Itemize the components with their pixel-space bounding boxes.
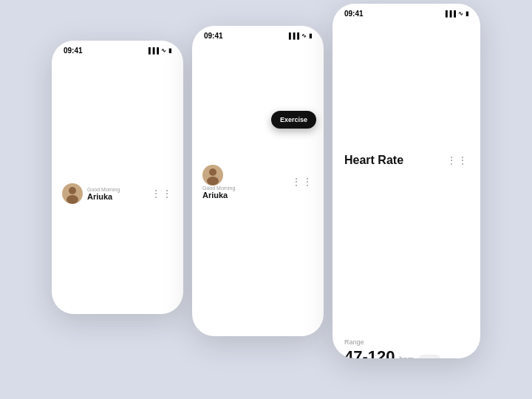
battery-icon-2: ▮ (309, 33, 312, 39)
svg-point-0 (69, 187, 76, 194)
greeting-block-2: Good Morning Ariuka (202, 185, 235, 200)
username-2: Ariuka (202, 191, 235, 200)
battery-icon-3: ▮ (466, 10, 468, 17)
day-badge[interactable]: Day (418, 355, 441, 358)
range-unit: bpm (400, 355, 414, 358)
wifi-icon-3: ∿ (458, 10, 463, 17)
time-2: 09:41 (204, 32, 223, 40)
avatar-1 (62, 183, 83, 204)
svg-point-1 (66, 195, 78, 204)
avatar-svg-2 (202, 165, 223, 185)
time-1: 09:41 (64, 47, 83, 55)
avatar-2 (202, 165, 223, 185)
phone-heart-rate: 09:41 ▐▐▐ ∿ ▮ Heart Rate ⋮⋮ Range 47-120… (332, 4, 480, 358)
step-section-2: 4750 steps Wed Thu Fri Sat Su (192, 324, 324, 336)
avatar-svg (62, 183, 83, 204)
status-bar-1: 09:41 ▐▐▐ ∿ ▮ (52, 41, 183, 58)
phones-container: 09:41 ▐▐▐ ∿ ▮ Good Morning Ariuka (37, 26, 495, 373)
wifi-icon-2: ∿ (301, 33, 307, 39)
phone2-header: Good Morning Ariuka ⋮⋮ (192, 28, 324, 336)
username-1: Ariuka (87, 192, 120, 201)
phone-activity: 09:41 ▐▐▐ ∿ ▮ Good Morning Ariuka (192, 26, 324, 336)
battery-icon: ▮ (168, 47, 171, 54)
phone1-header: Good Morning Ariuka ⋮⋮ (52, 58, 183, 314)
phone3-title: Heart Rate (344, 154, 403, 167)
status-icons-2: ▐▐▐ ∿ ▮ (287, 33, 312, 39)
status-icons-1: ▐▐▐ ∿ ▮ (146, 47, 171, 54)
status-icons-3: ▐▐▐ ∿ ▮ (443, 10, 468, 17)
dots-menu-2[interactable]: ⋮⋮ (291, 176, 313, 188)
exercise-fab-label: Exercise (280, 116, 307, 123)
phone-map: 09:41 ▐▐▐ ∿ ▮ Good Morning Ariuka (52, 41, 183, 314)
dots-menu-1[interactable]: ⋮⋮ (151, 188, 173, 200)
range-value-row: 47-120 bpm Day (344, 347, 468, 358)
svg-point-24 (209, 168, 216, 176)
range-value: 47-120 (344, 347, 395, 358)
exercise-fab[interactable]: Exercise (271, 111, 316, 129)
svg-point-25 (207, 177, 219, 185)
range-section: Range 47-120 bpm Day (332, 338, 480, 358)
signal-icon-3: ▐▐▐ (443, 10, 456, 17)
header-left-1: Good Morning Ariuka (62, 183, 120, 204)
range-label: Range (344, 338, 468, 346)
wifi-icon: ∿ (161, 47, 166, 54)
header-left-2: Good Morning Ariuka (202, 165, 235, 200)
greeting-text-2: Good Morning (202, 185, 235, 191)
greeting-text-1: Good Morning (87, 187, 120, 192)
greeting-block-1: Good Morning Ariuka (87, 187, 120, 201)
signal-icon: ▐▐▐ (146, 47, 159, 54)
time-3: 09:41 (344, 10, 364, 18)
signal-icon-2: ▐▐▐ (287, 33, 299, 39)
dots-menu-3[interactable]: ⋮⋮ (446, 154, 468, 166)
phone3-header: Heart Rate ⋮⋮ (332, 4, 480, 338)
